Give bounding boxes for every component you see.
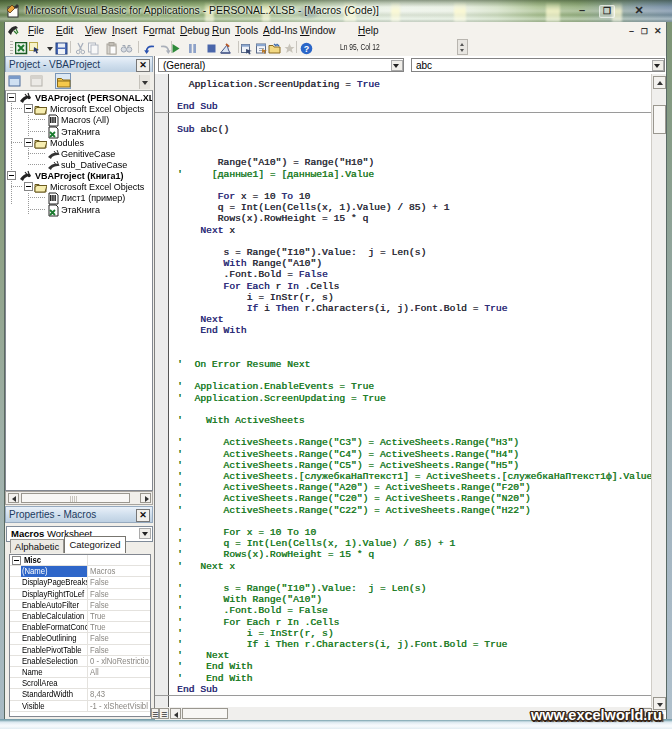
svg-text:?: ? xyxy=(304,44,310,54)
